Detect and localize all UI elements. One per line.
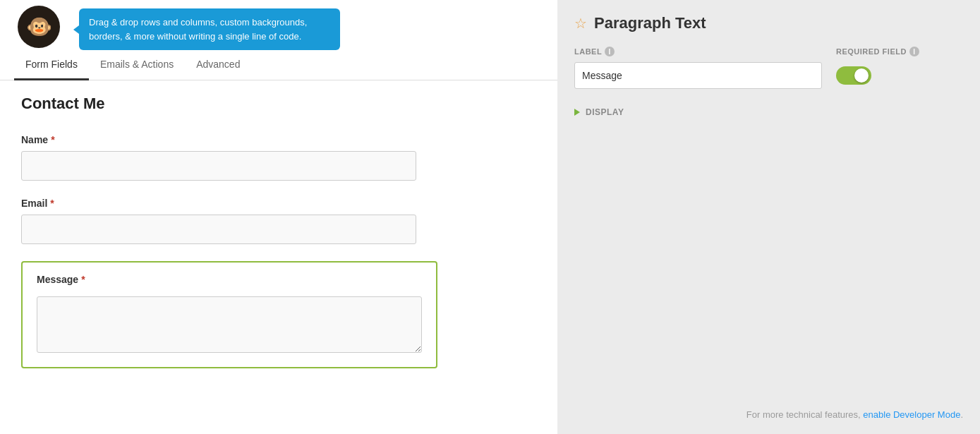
display-label: DISPLAY	[586, 107, 624, 117]
tab-form-fields[interactable]: Form Fields	[14, 50, 89, 80]
star-icon: ☆	[574, 15, 587, 32]
required-section: REQUIRED FIELD i	[836, 47, 963, 85]
email-required-star: *	[50, 198, 54, 209]
header-area: 🐵 Drag & drop rows and columns, custom b…	[0, 0, 557, 50]
triangle-icon	[574, 109, 580, 116]
required-toggle[interactable]	[836, 66, 871, 85]
dev-mode-footer: For more technical features, enable Deve…	[574, 395, 963, 420]
label-required-row: LABEL i REQUIRED FIELD i	[574, 47, 963, 89]
panel-title: Paragraph Text	[594, 14, 706, 32]
panel-title-row: ☆ Paragraph Text	[574, 14, 963, 32]
right-panel: ☆ Paragraph Text LABEL i REQUIRED FIELD …	[557, 0, 980, 434]
logo-circle: 🐵	[18, 6, 60, 48]
logo-area: 🐵	[7, 7, 71, 46]
email-field: Email *	[21, 198, 536, 244]
form-title: Contact Me	[21, 95, 536, 113]
tooltip-text: Drag & drop rows and columns, custom bac…	[89, 17, 307, 42]
dev-mode-link[interactable]: enable Developer Mode	[863, 409, 960, 420]
required-heading: REQUIRED FIELD i	[836, 47, 919, 56]
logo-icon: 🐵	[26, 16, 52, 37]
message-required-star: *	[81, 274, 85, 285]
display-header[interactable]: DISPLAY	[574, 107, 963, 117]
label-section: LABEL i	[574, 47, 822, 89]
message-textarea[interactable]	[37, 296, 422, 353]
label-input[interactable]	[574, 62, 822, 89]
left-panel: 🐵 Drag & drop rows and columns, custom b…	[0, 0, 557, 434]
tooltip-bubble: Drag & drop rows and columns, custom bac…	[79, 8, 340, 50]
name-label: Name *	[21, 134, 536, 145]
form-area: Contact Me Name * Email * Message *	[0, 80, 557, 434]
tab-advanced[interactable]: Advanced	[185, 50, 251, 80]
tab-emails-actions[interactable]: Emails & Actions	[89, 50, 185, 80]
name-input[interactable]	[21, 151, 416, 181]
message-field: Message *	[21, 261, 536, 368]
label-heading: LABEL i	[574, 47, 822, 56]
toggle-slider	[836, 66, 871, 85]
email-label: Email *	[21, 198, 536, 209]
name-required-star: *	[51, 134, 54, 145]
required-info-icon[interactable]: i	[909, 47, 919, 56]
name-field: Name *	[21, 134, 536, 181]
email-input[interactable]	[21, 215, 416, 244]
label-info-icon[interactable]: i	[605, 47, 615, 56]
required-toggle-container	[836, 66, 871, 85]
message-field-wrapper: Message *	[21, 261, 437, 368]
display-section: DISPLAY	[574, 107, 963, 117]
tabs-area: Form Fields Emails & Actions Advanced	[0, 50, 557, 80]
message-label: Message *	[37, 274, 422, 285]
